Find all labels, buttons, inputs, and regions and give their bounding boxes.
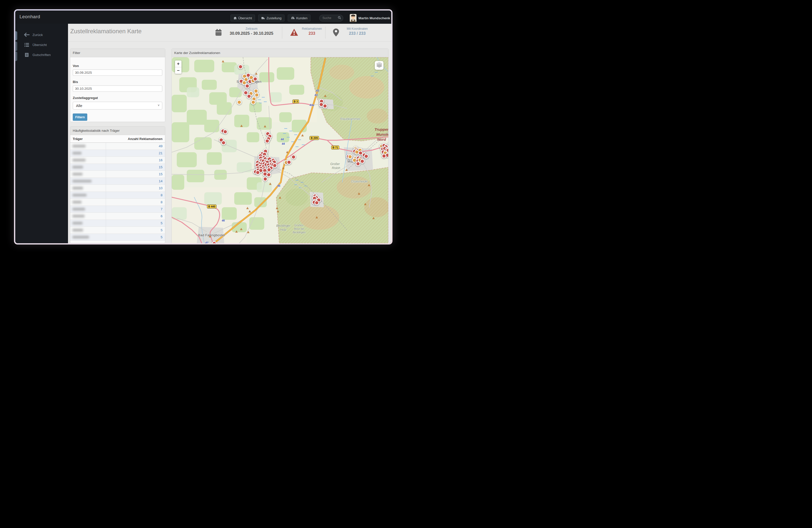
zustellaggregat-select[interactable]: Alle — [73, 102, 162, 109]
reklamationen-count-link[interactable]: 5 — [106, 220, 165, 226]
traeger-name-redacted — [70, 220, 106, 226]
stat-value: 233 / 233 — [336, 31, 378, 36]
complaint-marker[interactable] — [253, 77, 258, 82]
col-traeger: Träger — [70, 137, 128, 141]
nav-zustellung-button[interactable]: Zustellung — [258, 15, 285, 21]
complaint-marker[interactable] — [251, 100, 256, 105]
complaint-marker[interactable] — [315, 201, 319, 205]
table-row: 8 — [70, 199, 165, 206]
truck-icon — [261, 16, 265, 20]
complaint-marker[interactable] — [267, 167, 272, 172]
complaint-marker[interactable] — [266, 173, 271, 177]
reklamationen-count-link[interactable]: 8 — [106, 192, 165, 199]
reklamationen-count-link[interactable]: 15 — [106, 171, 165, 177]
search-icon[interactable] — [338, 16, 341, 20]
traeger-name-redacted — [70, 164, 106, 171]
traeger-name-redacted — [70, 150, 106, 157]
complaint-marker[interactable] — [265, 139, 270, 144]
bis-date-field[interactable] — [73, 86, 162, 92]
reklamationen-count-link[interactable]: 14 — [106, 178, 165, 185]
table-row: 7 — [70, 206, 165, 213]
complaint-marker[interactable] — [245, 84, 250, 88]
complaint-marker[interactable] — [263, 177, 268, 181]
nav-kunden-button[interactable]: Kunden — [288, 15, 310, 21]
stat-value: 30.09.2025 - 30.10.2025 — [223, 31, 279, 36]
zoom-in-button[interactable]: + — [175, 60, 182, 67]
traeger-name-redacted — [70, 157, 106, 163]
nav-label: Kunden — [296, 16, 307, 20]
table-row: 14 — [70, 178, 165, 185]
sidebar-item-label: Gutschriften — [32, 53, 51, 57]
traeger-name-redacted — [70, 206, 106, 212]
table-row: 49 — [70, 143, 165, 150]
von-label: Von — [73, 64, 162, 68]
reklamationen-count-link[interactable]: 16 — [106, 157, 165, 163]
traeger-name-redacted — [70, 213, 106, 220]
stat-koordinaten: Mit Koordinaten 233 / 233 — [336, 27, 378, 36]
traeger-name-redacted — [70, 192, 106, 199]
map-canvas[interactable]: SchneverdingenBad FallingbostelMunsterRa… — [172, 57, 388, 243]
traeger-name-redacted — [70, 185, 106, 191]
map-zoom-control: + − — [175, 60, 182, 74]
reklamationen-count-link[interactable]: 10 — [106, 185, 165, 191]
reklamationen-count-link[interactable]: 15 — [106, 164, 165, 171]
reklamationen-count-link[interactable]: 5 — [106, 234, 165, 240]
traeger-stats-panel: Häufigkeitsstatistik nach Träger Träger … — [70, 126, 165, 243]
table-row: 21 — [70, 150, 165, 157]
stat-label: Mit Koordinaten — [336, 27, 378, 30]
window-body: Zurück Übersicht Gutschriften Zustellrek… — [15, 24, 391, 243]
bis-label: Bis — [73, 80, 162, 84]
marker-layer — [172, 57, 388, 243]
sidebar-item-zurueck[interactable]: Zurück — [15, 30, 68, 39]
nav-label: Übersicht — [238, 16, 252, 20]
complaint-marker[interactable] — [348, 155, 352, 159]
complaint-marker[interactable] — [291, 155, 296, 160]
table-header-row: Träger Anzahl Reklamationen — [70, 135, 165, 143]
complaint-marker[interactable] — [237, 100, 242, 105]
reklamationen-count-link[interactable]: 7 — [106, 206, 165, 212]
filtern-button[interactable]: Filtern — [73, 114, 87, 121]
nav-uebersicht-button[interactable]: Übersicht — [231, 15, 255, 21]
nav-label: Zustellung — [266, 16, 281, 20]
screen: Leonhard Übersicht Zustellung Kunden Mar… — [0, 0, 406, 264]
table-row: 15 — [70, 171, 165, 178]
complaint-marker[interactable] — [323, 104, 328, 108]
app-title: Leonhard — [19, 14, 40, 19]
page-header: Zustellreklamationen Karte Zeitraum 30.0… — [68, 24, 391, 42]
von-date-field[interactable] — [73, 70, 162, 76]
calendar-icon — [215, 29, 222, 37]
search-input[interactable] — [322, 16, 338, 20]
reklamationen-count-link[interactable]: 8 — [106, 199, 165, 205]
reklamationen-count-link[interactable]: 49 — [106, 143, 165, 149]
complaint-marker[interactable] — [360, 159, 365, 164]
filter-form: Von Bis Zustellaggregat Alle ˅ Filtern — [70, 57, 165, 121]
layers-control[interactable] — [375, 61, 383, 70]
reklamationen-count-link[interactable]: 6 — [106, 213, 165, 220]
complaint-marker[interactable] — [212, 241, 217, 244]
sidebar-item-uebersicht[interactable]: Übersicht — [15, 41, 68, 49]
stat-zeitraum: Zeitraum 30.09.2025 - 30.10.2025 — [223, 27, 279, 36]
sidebar-item-gutschriften[interactable]: Gutschriften — [15, 50, 68, 59]
user-name[interactable]: Martin Mundschenk — [359, 16, 390, 20]
search-box[interactable] — [319, 15, 343, 21]
complaint-marker[interactable] — [247, 94, 251, 99]
chevron-down-icon[interactable]: ▼ — [391, 16, 392, 19]
complaint-marker[interactable] — [382, 154, 387, 159]
reklamationen-count-link[interactable]: 5 — [106, 227, 165, 234]
traeger-name-redacted — [70, 227, 106, 234]
complaint-marker[interactable] — [364, 154, 369, 159]
complaint-marker[interactable] — [287, 160, 291, 165]
zoom-out-button[interactable]: − — [175, 67, 182, 74]
reklamationen-count-link[interactable]: 21 — [106, 150, 165, 157]
table-row: 10 — [70, 185, 165, 192]
col-anzahl: Anzahl Reklamationen — [128, 137, 165, 141]
complaint-marker[interactable] — [238, 64, 243, 69]
complaint-marker[interactable] — [256, 170, 260, 175]
sidebar-item-label: Zurück — [32, 33, 43, 37]
complaint-marker[interactable] — [221, 141, 226, 145]
avatar[interactable] — [350, 14, 357, 22]
complaint-marker[interactable] — [356, 161, 361, 166]
complaint-marker[interactable] — [223, 130, 228, 134]
users-icon — [291, 16, 295, 19]
filter-panel-title: Filter — [70, 49, 165, 57]
